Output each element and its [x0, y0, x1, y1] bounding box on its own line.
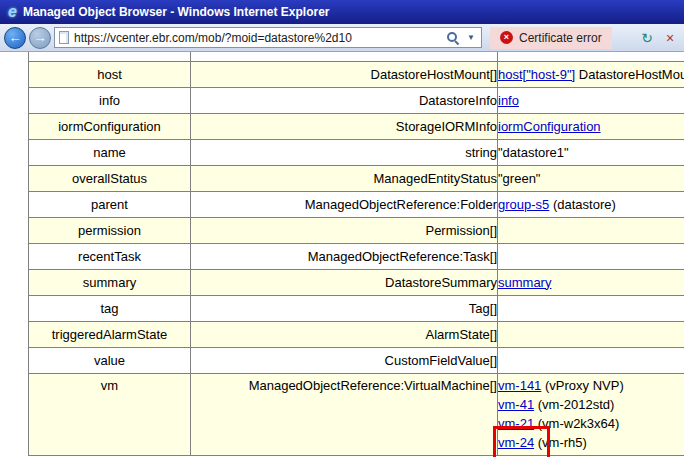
property-name: recentTask [29, 243, 191, 269]
vm-entry: vm-141 (vProxy NVP) [498, 376, 684, 395]
property-name: value [29, 347, 191, 373]
table-row-name: name string "datastore1" [29, 139, 684, 165]
refresh-icon: ↻ [641, 30, 653, 46]
property-name: vm [29, 373, 191, 455]
value-link[interactable]: info [498, 93, 519, 108]
certificate-error-label: Certificate error [519, 31, 602, 45]
property-name: host [29, 61, 191, 87]
property-type: DatastoreSummary [191, 269, 498, 295]
window-title: Managed Object Browser - Windows Interne… [23, 5, 330, 19]
vm-link[interactable]: vm-141 [498, 378, 541, 393]
vm-label: (vProxy NVP) [545, 378, 624, 393]
property-value: host["host-9"] DatastoreHostMount [498, 61, 684, 87]
property-type: ManagedObjectReference:VirtualMachine[] [191, 373, 498, 455]
vm-label: (vm-2012std) [538, 397, 615, 412]
ie-logo-icon: e [8, 4, 17, 20]
property-value [498, 347, 684, 373]
value-text: "green" [498, 171, 540, 186]
table-row-parent: parent ManagedObjectReference:Folder gro… [29, 191, 684, 217]
vm-label: (vm-w2k3x64) [538, 416, 620, 431]
forward-arrow-icon: → [34, 31, 47, 44]
property-value: iormConfiguration [498, 113, 684, 139]
table-row-partial [29, 52, 684, 61]
table-row-tag: tag Tag[] [29, 295, 684, 321]
property-value: group-s5 (datastore) [498, 191, 684, 217]
property-type: DatastoreInfo [191, 87, 498, 113]
vm-link[interactable]: vm-24 [498, 435, 534, 450]
table-row-value: value CustomFieldValue[] [29, 347, 684, 373]
table-row-vm: vm ManagedObjectReference:VirtualMachine… [29, 373, 684, 455]
property-name: iormConfiguration [29, 113, 191, 139]
property-value: "datastore1" [498, 139, 684, 165]
property-type: ManagedObjectReference:Folder [191, 191, 498, 217]
property-value: summary [498, 269, 684, 295]
refresh-button[interactable]: ↻ [637, 28, 657, 48]
value-text: (datastore) [553, 197, 616, 212]
property-type: string [191, 139, 498, 165]
value-link[interactable]: host["host-9"] [498, 67, 575, 82]
property-type: AlarmState[] [191, 321, 498, 347]
vm-entry: vm-21 (vm-w2k3x64) [498, 414, 684, 433]
property-value [498, 295, 684, 321]
certificate-error-badge[interactable]: × Certificate error [490, 27, 612, 49]
vm-entry: vm-41 (vm-2012std) [498, 395, 684, 414]
page-content: host DatastoreHostMount[] host["host-9"]… [0, 52, 684, 457]
property-value [498, 243, 684, 269]
navbar-right-buttons: ↻ × [637, 28, 680, 48]
property-name: name [29, 139, 191, 165]
navbar: ← → https://vcenter.ebr.com/mob/?moid=da… [0, 24, 684, 52]
value-text: DatastoreHostMount [579, 67, 684, 82]
property-name: tag [29, 295, 191, 321]
property-value [498, 217, 684, 243]
forward-button[interactable]: → [29, 27, 51, 49]
search-icon[interactable] [446, 31, 460, 45]
property-value: info [498, 87, 684, 113]
table-row-permission: permission Permission[] [29, 217, 684, 243]
table-row-overallstatus: overallStatus ManagedEntityStatus "green… [29, 165, 684, 191]
property-name: info [29, 87, 191, 113]
table-row-iormconfiguration: iormConfiguration StorageIORMInfo iormCo… [29, 113, 684, 139]
value-link[interactable]: group-s5 [498, 197, 549, 212]
property-type: ManagedObjectReference:Task[] [191, 243, 498, 269]
property-value [498, 321, 684, 347]
property-type: CustomFieldValue[] [191, 347, 498, 373]
property-type: StorageIORMInfo [191, 113, 498, 139]
vm-label: (vm-rh5) [538, 435, 587, 450]
table-row-summary: summary DatastoreSummary summary [29, 269, 684, 295]
titlebar: e Managed Object Browser - Windows Inter… [0, 0, 684, 24]
address-bar[interactable]: https://vcenter.ebr.com/mob/?moid=datast… [54, 27, 482, 48]
address-dropdown-icon[interactable]: ▼ [465, 33, 477, 42]
property-type: ManagedEntityStatus [191, 165, 498, 191]
properties-table: host DatastoreHostMount[] host["host-9"]… [28, 52, 684, 456]
property-type: Tag[] [191, 295, 498, 321]
url-text[interactable]: https://vcenter.ebr.com/mob/?moid=datast… [74, 31, 441, 45]
page-icon [59, 31, 69, 44]
stop-button[interactable]: × [660, 28, 680, 48]
vm-link[interactable]: vm-41 [498, 397, 534, 412]
table-row-triggeredalarmstate: triggeredAlarmState AlarmState[] [29, 321, 684, 347]
property-name: summary [29, 269, 191, 295]
table-row-info: info DatastoreInfo info [29, 87, 684, 113]
property-name: overallStatus [29, 165, 191, 191]
value-text: "datastore1" [498, 145, 569, 160]
value-link[interactable]: summary [498, 275, 551, 290]
back-arrow-icon: ← [9, 31, 22, 44]
certificate-error-icon: × [500, 31, 513, 44]
back-button[interactable]: ← [4, 27, 26, 49]
property-name: parent [29, 191, 191, 217]
property-name: permission [29, 217, 191, 243]
vm-entry: vm-24 (vm-rh5) [498, 433, 684, 452]
property-type: Permission[] [191, 217, 498, 243]
property-value: "green" [498, 165, 684, 191]
property-type: DatastoreHostMount[] [191, 61, 498, 87]
value-link[interactable]: iormConfiguration [498, 119, 601, 134]
table-row-host: host DatastoreHostMount[] host["host-9"]… [29, 61, 684, 87]
table-row-recenttask: recentTask ManagedObjectReference:Task[] [29, 243, 684, 269]
stop-icon: × [666, 30, 674, 46]
property-name: triggeredAlarmState [29, 321, 191, 347]
property-value: vm-141 (vProxy NVP) vm-41 (vm-2012std) v… [498, 373, 684, 455]
vm-link[interactable]: vm-21 [498, 416, 534, 431]
